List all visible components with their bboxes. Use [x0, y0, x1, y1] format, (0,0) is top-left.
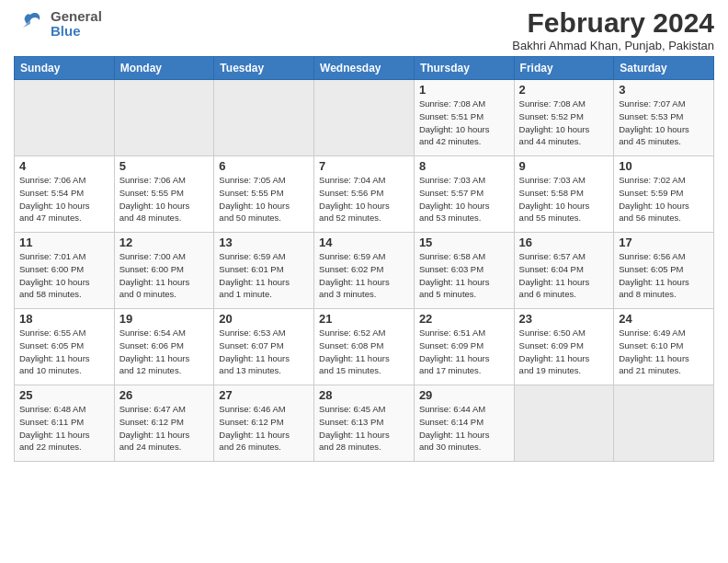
calendar-cell: 26Sunrise: 6:47 AMSunset: 6:12 PMDayligh…: [114, 385, 214, 462]
day-info: Sunrise: 6:57 AMSunset: 6:04 PMDaylight:…: [519, 250, 609, 301]
day-info: Sunrise: 6:58 AMSunset: 6:03 PMDaylight:…: [419, 250, 509, 301]
day-info: Sunrise: 6:46 AMSunset: 6:12 PMDaylight:…: [219, 403, 309, 454]
calendar-cell: [314, 80, 415, 156]
calendar-cell: 5Sunrise: 7:06 AMSunset: 5:55 PMDaylight…: [114, 156, 214, 233]
weekday-header: Sunday: [15, 57, 115, 80]
day-number: 2: [519, 83, 609, 97]
calendar-cell: 27Sunrise: 6:46 AMSunset: 6:12 PMDayligh…: [214, 385, 314, 462]
day-number: 17: [619, 236, 709, 249]
calendar-cell: 6Sunrise: 7:05 AMSunset: 5:55 PMDaylight…: [214, 156, 314, 233]
calendar-cell: 8Sunrise: 7:03 AMSunset: 5:57 PMDaylight…: [414, 156, 514, 233]
calendar-cell: [214, 80, 314, 156]
day-info: Sunrise: 6:49 AMSunset: 6:10 PMDaylight:…: [619, 327, 709, 377]
calendar-cell: 21Sunrise: 6:52 AMSunset: 6:08 PMDayligh…: [314, 309, 415, 385]
day-number: 18: [19, 312, 109, 326]
weekday-header: Monday: [114, 57, 214, 80]
day-number: 22: [419, 312, 509, 326]
calendar-cell: 12Sunrise: 7:00 AMSunset: 6:00 PMDayligh…: [114, 233, 214, 309]
day-info: Sunrise: 7:03 AMSunset: 5:57 PMDaylight:…: [419, 174, 509, 224]
day-number: 10: [619, 159, 709, 173]
weekday-header: Saturday: [614, 57, 714, 80]
day-info: Sunrise: 7:07 AMSunset: 5:53 PMDaylight:…: [619, 98, 709, 148]
day-info: Sunrise: 7:04 AMSunset: 5:56 PMDaylight:…: [319, 174, 409, 224]
day-number: 12: [119, 236, 210, 249]
day-info: Sunrise: 6:54 AMSunset: 6:06 PMDaylight:…: [119, 327, 210, 377]
calendar-cell: 19Sunrise: 6:54 AMSunset: 6:06 PMDayligh…: [114, 309, 214, 385]
day-info: Sunrise: 7:01 AMSunset: 6:00 PMDaylight:…: [19, 250, 109, 301]
calendar-cell: 4Sunrise: 7:06 AMSunset: 5:54 PMDaylight…: [15, 156, 115, 233]
day-info: Sunrise: 7:00 AMSunset: 6:00 PMDaylight:…: [119, 250, 210, 301]
day-number: 5: [119, 159, 210, 173]
day-number: 25: [19, 388, 109, 402]
day-number: 20: [219, 312, 309, 326]
calendar-cell: 23Sunrise: 6:50 AMSunset: 6:09 PMDayligh…: [514, 309, 614, 385]
calendar-cell: [114, 80, 214, 156]
day-number: 3: [619, 83, 709, 97]
calendar-cell: 14Sunrise: 6:59 AMSunset: 6:02 PMDayligh…: [314, 233, 415, 309]
day-number: 21: [319, 312, 409, 326]
day-info: Sunrise: 6:59 AMSunset: 6:01 PMDaylight:…: [219, 250, 309, 301]
day-info: Sunrise: 7:05 AMSunset: 5:55 PMDaylight:…: [219, 174, 309, 224]
logo: General Blue: [14, 7, 102, 40]
day-info: Sunrise: 7:06 AMSunset: 5:55 PMDaylight:…: [119, 174, 210, 224]
day-info: Sunrise: 7:06 AMSunset: 5:54 PMDaylight:…: [19, 174, 109, 224]
calendar-cell: 9Sunrise: 7:03 AMSunset: 5:58 PMDaylight…: [514, 156, 614, 233]
day-info: Sunrise: 6:44 AMSunset: 6:14 PMDaylight:…: [419, 403, 509, 454]
calendar-cell: 16Sunrise: 6:57 AMSunset: 6:04 PMDayligh…: [514, 233, 614, 309]
calendar-cell: 7Sunrise: 7:04 AMSunset: 5:56 PMDaylight…: [314, 156, 415, 233]
day-info: Sunrise: 6:52 AMSunset: 6:08 PMDaylight:…: [319, 327, 409, 377]
day-number: 8: [419, 159, 509, 173]
calendar-cell: [614, 385, 714, 462]
day-number: 19: [119, 312, 210, 326]
day-number: 26: [119, 388, 210, 402]
calendar-cell: 29Sunrise: 6:44 AMSunset: 6:14 PMDayligh…: [414, 385, 514, 462]
day-info: Sunrise: 6:48 AMSunset: 6:11 PMDaylight:…: [19, 403, 109, 454]
calendar-cell: 22Sunrise: 6:51 AMSunset: 6:09 PMDayligh…: [414, 309, 514, 385]
calendar-cell: 1Sunrise: 7:08 AMSunset: 5:51 PMDaylight…: [414, 80, 514, 156]
weekday-header: Thursday: [414, 57, 514, 80]
day-number: 24: [619, 312, 709, 326]
day-info: Sunrise: 7:08 AMSunset: 5:51 PMDaylight:…: [419, 98, 509, 148]
weekday-header: Friday: [514, 57, 614, 80]
logo-text: General Blue: [51, 9, 102, 40]
calendar-cell: 20Sunrise: 6:53 AMSunset: 6:07 PMDayligh…: [214, 309, 314, 385]
day-number: 14: [319, 236, 409, 249]
calendar-cell: 10Sunrise: 7:02 AMSunset: 5:59 PMDayligh…: [614, 156, 714, 233]
calendar-cell: 17Sunrise: 6:56 AMSunset: 6:05 PMDayligh…: [614, 233, 714, 309]
calendar-cell: 11Sunrise: 7:01 AMSunset: 6:00 PMDayligh…: [15, 233, 115, 309]
calendar-cell: 28Sunrise: 6:45 AMSunset: 6:13 PMDayligh…: [314, 385, 415, 462]
day-number: 15: [419, 236, 509, 249]
day-info: Sunrise: 7:02 AMSunset: 5:59 PMDaylight:…: [619, 174, 709, 224]
day-info: Sunrise: 6:50 AMSunset: 6:09 PMDaylight:…: [519, 327, 609, 377]
calendar-cell: 24Sunrise: 6:49 AMSunset: 6:10 PMDayligh…: [614, 309, 714, 385]
day-info: Sunrise: 6:56 AMSunset: 6:05 PMDaylight:…: [619, 250, 709, 301]
day-info: Sunrise: 6:55 AMSunset: 6:05 PMDaylight:…: [19, 327, 109, 377]
day-info: Sunrise: 6:47 AMSunset: 6:12 PMDaylight:…: [119, 403, 210, 454]
day-number: 11: [19, 236, 109, 249]
calendar-cell: 15Sunrise: 6:58 AMSunset: 6:03 PMDayligh…: [414, 233, 514, 309]
day-number: 28: [319, 388, 409, 402]
day-number: 23: [519, 312, 609, 326]
day-number: 29: [419, 388, 509, 402]
day-info: Sunrise: 6:45 AMSunset: 6:13 PMDaylight:…: [319, 403, 409, 454]
calendar-cell: 3Sunrise: 7:07 AMSunset: 5:53 PMDaylight…: [614, 80, 714, 156]
day-info: Sunrise: 6:59 AMSunset: 6:02 PMDaylight:…: [319, 250, 409, 301]
calendar-cell: 2Sunrise: 7:08 AMSunset: 5:52 PMDaylight…: [514, 80, 614, 156]
logo-general: General: [51, 9, 102, 25]
weekday-header: Tuesday: [214, 57, 314, 80]
logo-blue: Blue: [51, 24, 102, 40]
calendar-cell: [15, 80, 115, 156]
day-info: Sunrise: 6:51 AMSunset: 6:09 PMDaylight:…: [419, 327, 509, 377]
calendar-cell: 18Sunrise: 6:55 AMSunset: 6:05 PMDayligh…: [15, 309, 115, 385]
location: Bakhri Ahmad Khan, Punjab, Pakistan: [512, 39, 714, 52]
day-number: 7: [319, 159, 409, 173]
day-number: 4: [19, 159, 109, 173]
day-info: Sunrise: 7:03 AMSunset: 5:58 PMDaylight:…: [519, 174, 609, 224]
day-number: 9: [519, 159, 609, 173]
day-info: Sunrise: 7:08 AMSunset: 5:52 PMDaylight:…: [519, 98, 609, 148]
day-number: 1: [419, 83, 509, 97]
day-number: 27: [219, 388, 309, 402]
weekday-header: Wednesday: [314, 57, 415, 80]
day-number: 13: [219, 236, 309, 249]
title-section: February 2024 Bakhri Ahmad Khan, Punjab,…: [512, 7, 714, 52]
